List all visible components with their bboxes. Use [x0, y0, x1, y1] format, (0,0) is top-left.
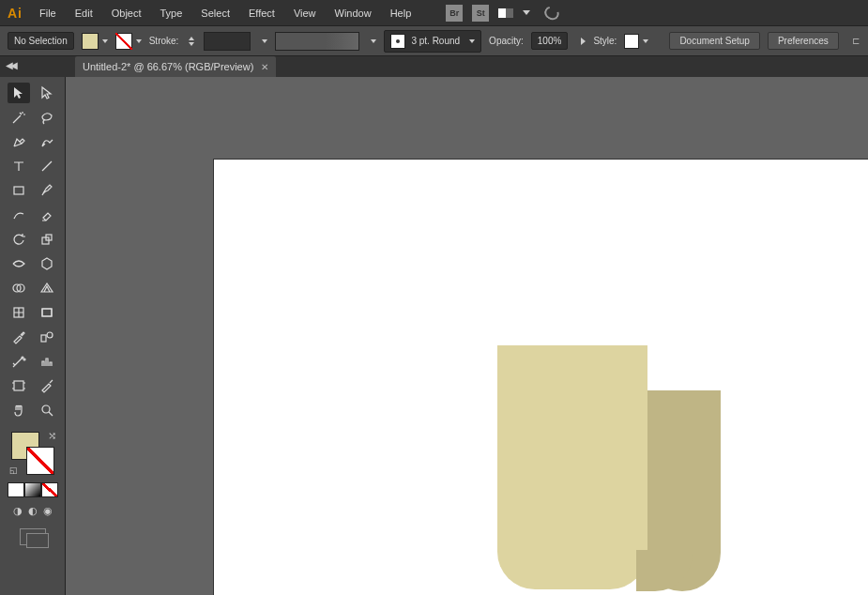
default-fill-stroke-icon[interactable]: ◱ — [9, 465, 18, 475]
perspective-tool[interactable] — [36, 278, 58, 298]
scale-tool[interactable] — [36, 229, 58, 250]
gradient-tool[interactable] — [36, 302, 58, 323]
menu-select[interactable]: Select — [193, 4, 237, 23]
zoom-tool[interactable] — [36, 400, 58, 420]
svg-point-10 — [23, 359, 25, 360]
curvature-tool[interactable] — [36, 131, 58, 152]
swap-fill-stroke-icon[interactable]: ⤭ — [48, 430, 56, 442]
fill-stroke-control[interactable]: ⤭ ◱ — [9, 430, 56, 475]
rectangle-tool[interactable] — [8, 180, 30, 201]
app-logo: Ai — [6, 6, 28, 21]
direct-selection-tool[interactable] — [36, 83, 58, 103]
draw-normal-icon[interactable]: ◑ — [13, 505, 23, 517]
color-mode-row — [8, 482, 58, 497]
menu-bar: Ai File Edit Object Type Select Effect V… — [0, 0, 868, 26]
blend-tool[interactable] — [36, 327, 58, 347]
menu-effect[interactable]: Effect — [241, 4, 282, 23]
selection-state-label: No Selection — [8, 32, 74, 50]
slice-tool[interactable] — [36, 375, 58, 396]
variable-width-profile[interactable] — [275, 32, 359, 51]
svg-rect-6 — [42, 309, 52, 316]
color-mode-gradient[interactable] — [24, 482, 41, 497]
stroke-control[interactable] — [115, 33, 142, 50]
style-control[interactable] — [624, 34, 648, 49]
toolbox: ⤭ ◱ ◑ ◐ ◉ — [0, 77, 66, 595]
selection-tool[interactable] — [8, 83, 30, 103]
document-setup-button[interactable]: Document Setup — [669, 32, 760, 50]
brush-def-control[interactable]: 3 pt. Round — [384, 30, 481, 53]
svg-point-8 — [47, 332, 53, 338]
draw-behind-icon[interactable]: ◐ — [28, 505, 38, 517]
stroke-label: Stroke: — [149, 36, 179, 46]
column-graph-tool[interactable] — [36, 351, 58, 372]
gpu-perf-icon[interactable] — [542, 3, 562, 22]
color-mode-none[interactable] — [41, 482, 58, 497]
document-tab-bar: Untitled-2* @ 66.67% (RGB/Preview) ✕ — [0, 56, 868, 77]
free-transform-tool[interactable] — [36, 253, 58, 274]
bridge-icon[interactable]: Br — [446, 5, 463, 22]
stroke-weight-stepper[interactable] — [189, 37, 196, 46]
type-tool[interactable] — [8, 156, 30, 176]
stroke-swatch[interactable] — [115, 33, 132, 50]
main-area: ⤭ ◱ ◑ ◐ ◉ — [0, 77, 868, 595]
menu-view[interactable]: View — [286, 4, 324, 23]
menu-type[interactable]: Type — [153, 4, 190, 23]
stroke-big-swatch[interactable] — [26, 447, 54, 475]
stroke-weight-field[interactable] — [204, 32, 251, 51]
brush-label: 3 pt. Round — [411, 36, 460, 46]
svg-point-12 — [42, 405, 50, 413]
svg-rect-7 — [41, 335, 46, 342]
menu-edit[interactable]: Edit — [68, 4, 100, 23]
paper-front-shape[interactable] — [497, 345, 647, 589]
width-tool[interactable] — [8, 253, 30, 274]
control-bar: No Selection Stroke: 3 pt. Round Opacity… — [0, 26, 868, 56]
symbol-sprayer-tool[interactable] — [8, 351, 30, 372]
artboard[interactable] — [214, 160, 868, 595]
magic-wand-tool[interactable] — [8, 107, 30, 128]
opacity-popup-icon[interactable] — [581, 38, 586, 45]
eyedropper-tool[interactable] — [8, 327, 30, 347]
menu-object[interactable]: Object — [104, 4, 149, 23]
svg-rect-11 — [14, 381, 23, 390]
shape-builder-tool[interactable] — [8, 278, 30, 298]
draw-mode-row: ◑ ◐ ◉ — [13, 505, 53, 517]
svg-rect-0 — [14, 187, 23, 194]
lasso-tool[interactable] — [36, 107, 58, 128]
artboard-tool[interactable] — [8, 375, 30, 396]
opacity-field[interactable]: 100% — [531, 32, 569, 50]
menu-help[interactable]: Help — [383, 4, 419, 23]
stroke-weight-dropdown[interactable] — [262, 39, 267, 43]
canvas-area[interactable] — [66, 77, 868, 595]
arrange-docs-icon[interactable] — [498, 8, 513, 18]
fill-control[interactable] — [82, 33, 108, 50]
mesh-tool[interactable] — [8, 302, 30, 323]
fill-swatch[interactable] — [82, 33, 99, 50]
draw-inside-icon[interactable]: ◉ — [43, 505, 53, 517]
rotate-tool[interactable] — [8, 229, 30, 250]
opacity-label: Opacity: — [489, 36, 524, 46]
line-tool[interactable] — [36, 156, 58, 176]
document-tab[interactable]: Untitled-2* @ 66.67% (RGB/Preview) ✕ — [75, 56, 276, 77]
style-label: Style: — [593, 36, 617, 46]
eraser-tool[interactable] — [36, 205, 58, 225]
stock-icon[interactable]: St — [472, 5, 489, 22]
document-tab-title: Untitled-2* @ 66.67% (RGB/Preview) — [83, 61, 253, 72]
style-swatch — [624, 34, 639, 49]
hand-tool[interactable] — [8, 400, 30, 420]
pen-tool[interactable] — [8, 131, 30, 152]
screen-mode-icon[interactable] — [20, 528, 46, 545]
color-mode-solid[interactable] — [8, 482, 24, 497]
close-tab-icon[interactable]: ✕ — [261, 62, 268, 72]
arrange-docs-dropdown[interactable] — [523, 10, 530, 15]
menu-file[interactable]: File — [32, 4, 64, 23]
menu-window[interactable]: Window — [327, 4, 379, 23]
brush-dot-icon — [390, 34, 405, 49]
preferences-button[interactable]: Preferences — [768, 32, 839, 50]
collapse-panels-icon[interactable]: ◀◀ — [6, 60, 15, 70]
variable-width-dropdown[interactable] — [371, 39, 376, 43]
align-icon[interactable]: ⊏ — [852, 36, 860, 46]
shaper-tool[interactable] — [8, 205, 30, 225]
brush-tool[interactable] — [36, 180, 58, 201]
